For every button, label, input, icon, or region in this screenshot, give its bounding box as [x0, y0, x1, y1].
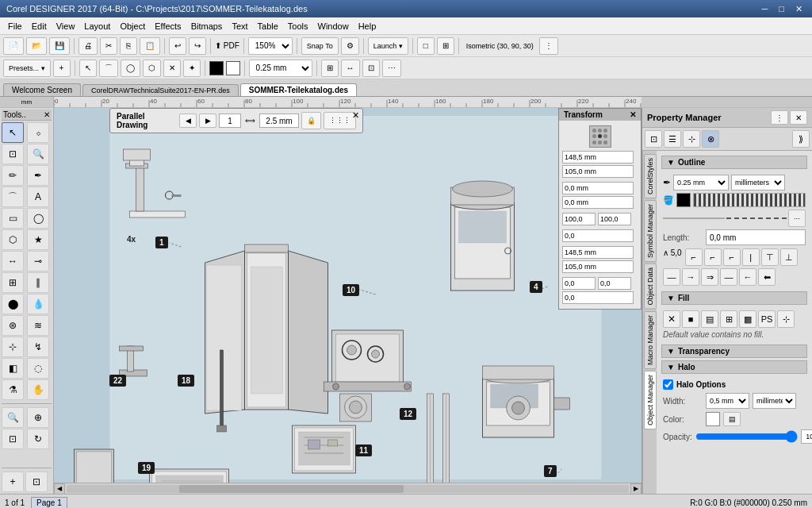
menu-bitmaps[interactable]: Bitmaps	[186, 20, 228, 33]
arrow-type2[interactable]: ⇒	[701, 268, 718, 286]
page-label-btn[interactable]: Page 1	[31, 497, 67, 508]
tool-zoom2[interactable]: 🔍	[2, 407, 24, 428]
fill-postscript[interactable]: PS	[758, 310, 776, 328]
tb-extra2[interactable]: ↔	[341, 60, 360, 77]
curve-tool[interactable]: ⌒	[99, 60, 118, 77]
hex-tool[interactable]: ⬡	[143, 60, 161, 77]
transform-y5-input[interactable]	[598, 277, 631, 290]
menu-help[interactable]: Help	[354, 20, 381, 33]
tool-rect[interactable]: ▭	[2, 208, 24, 229]
halo-section-header[interactable]: ▼ Halo	[661, 360, 807, 374]
arrow-type1[interactable]: →	[682, 268, 699, 286]
tool-bottom2[interactable]: ⊡	[25, 471, 48, 492]
menu-tools[interactable]: Tools	[283, 20, 313, 33]
tool-color-eyedrop[interactable]: ⚗	[2, 379, 24, 400]
launch-btn[interactable]: Launch ▾	[368, 37, 408, 55]
toolbox-close[interactable]: ✕	[44, 110, 50, 119]
tool-fill[interactable]: ⬤	[2, 294, 24, 314]
view-mode2[interactable]: ⊞	[437, 37, 454, 55]
menu-layout[interactable]: Layout	[79, 20, 115, 33]
tool-pen[interactable]: ✒	[27, 165, 49, 186]
pm-expand[interactable]: ⟫	[792, 130, 810, 148]
hscroll-left[interactable]: ◀	[54, 483, 65, 495]
paste-btn[interactable]: 📋	[140, 37, 160, 55]
tool-ellipse[interactable]: ◯	[27, 208, 49, 229]
tool-blend[interactable]: ≋	[27, 315, 49, 336]
tool-dimension[interactable]: ↔	[2, 251, 24, 271]
tool-snap[interactable]: ⊡	[2, 429, 24, 449]
tool-transparency[interactable]: ◌	[27, 358, 49, 379]
tool-star[interactable]: ★	[27, 229, 49, 250]
tool-parallel[interactable]: ∥	[27, 272, 49, 293]
tb-extra4[interactable]: ⋯	[382, 60, 401, 77]
close-btn[interactable]: ✕	[792, 4, 806, 14]
hscroll-thumb[interactable]	[179, 485, 404, 493]
parallel-spacing-input[interactable]	[259, 114, 299, 128]
tool-connector[interactable]: ⊸	[27, 251, 49, 271]
halo-opacity-slider[interactable]	[695, 430, 798, 443]
settings-btn[interactable]: ⚙	[341, 37, 359, 55]
fill-texture[interactable]: ▩	[739, 310, 756, 328]
transform-x1-input[interactable]	[562, 151, 634, 164]
hscroll-right[interactable]: ▶	[630, 483, 642, 495]
outline-unit-select[interactable]: millimetersinches	[731, 175, 785, 190]
transform-y4-input[interactable]	[562, 260, 634, 273]
side-tab-symbol[interactable]: Symbol Manager	[644, 200, 657, 262]
side-tab-corelstyles[interactable]: CorelStyles	[644, 154, 657, 198]
tool-extra2[interactable]: ↻	[27, 429, 49, 449]
side-tab-object-data[interactable]: Object Data	[644, 264, 657, 310]
tool-table[interactable]: ⊞	[2, 272, 24, 293]
halo-opacity-input[interactable]	[801, 429, 812, 444]
canvas-area[interactable]: Parallel Drawing ✕ ◀ ▶ ⟺ 🔒 ⋮⋮⋮	[54, 108, 642, 494]
cap-1[interactable]: |	[742, 248, 760, 266]
pm-btn-4[interactable]: ⊗	[702, 130, 719, 148]
new-btn[interactable]: 📄	[3, 37, 24, 55]
transform-scale2-input[interactable]	[598, 213, 631, 225]
cross-tool[interactable]: ✦	[183, 60, 201, 77]
tb-extra1[interactable]: ⊞	[321, 60, 339, 77]
menu-text[interactable]: Text	[227, 20, 252, 33]
pm-btn-3[interactable]: ⊹	[683, 130, 700, 148]
tool-freehand[interactable]: ✏	[2, 165, 24, 186]
snap-btn[interactable]: Snap To	[301, 37, 339, 55]
grid-btn[interactable]: ⋮	[539, 37, 558, 55]
fill-section-header[interactable]: ▼ Fill	[661, 291, 807, 305]
line-solid[interactable]	[663, 217, 725, 219]
transform-close[interactable]: ✕	[630, 110, 636, 119]
transform-scale1-input[interactable]	[562, 213, 596, 225]
tool-pan2[interactable]: ⊕	[27, 407, 49, 428]
corner-2[interactable]: ⌐	[704, 248, 722, 266]
transform-grid[interactable]	[589, 125, 611, 148]
minimize-btn[interactable]: ─	[759, 4, 772, 14]
undo-btn[interactable]: ↩	[169, 37, 186, 55]
arrow-none-start[interactable]: —	[663, 268, 680, 286]
menu-window[interactable]: Window	[313, 20, 354, 33]
menu-edit[interactable]: Edit	[27, 20, 52, 33]
tool-calligraphy[interactable]: ⌒	[2, 187, 24, 207]
tool-polygon[interactable]: ⬡	[2, 229, 24, 250]
transform-angle-input[interactable]	[562, 229, 634, 242]
menu-object[interactable]: Object	[115, 20, 150, 33]
transform-y2-input[interactable]	[562, 196, 634, 209]
parallel-count-input[interactable]	[219, 114, 241, 128]
cap-3[interactable]: ⊥	[780, 248, 798, 266]
fill-none[interactable]: ✕	[663, 310, 680, 328]
tool-bottom1[interactable]: +	[2, 471, 24, 492]
fill-pattern[interactable]: ⊞	[720, 310, 737, 328]
outline-color-swatch[interactable]	[676, 193, 691, 207]
hscrollbar[interactable]: ◀ ▶	[54, 483, 642, 494]
copy-btn[interactable]: ⎘	[120, 37, 137, 55]
cap-2[interactable]: ⊤	[761, 248, 779, 266]
halo-color-swatch[interactable]	[706, 412, 720, 426]
transform-y1-input[interactable]	[562, 165, 634, 178]
tool-mesh[interactable]: ⊹	[2, 337, 24, 357]
pm-btn-2[interactable]: ☰	[664, 130, 681, 148]
parallel-close[interactable]: ✕	[352, 110, 359, 121]
linewidth-dropdown[interactable]: 0.25 mm0.5 mm1.0 mm	[249, 60, 312, 77]
redo-btn[interactable]: ↪	[189, 37, 206, 55]
zoom-dropdown[interactable]: 150%100%200%75%	[248, 37, 293, 55]
tool-select[interactable]: ↖	[2, 122, 24, 143]
tool-eyedrop[interactable]: 💧	[27, 294, 49, 314]
parallel-lock[interactable]: 🔒	[301, 112, 321, 129]
add-preset[interactable]: +	[53, 60, 71, 77]
